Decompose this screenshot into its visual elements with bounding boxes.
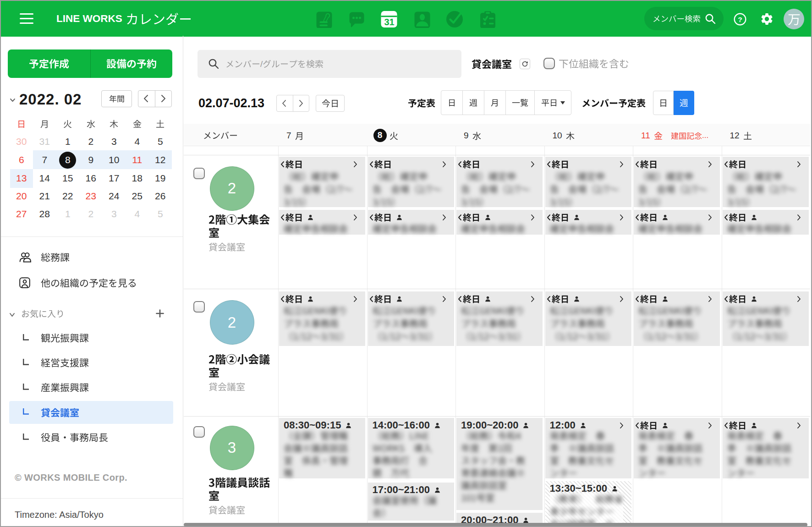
svg-text:31: 31: [384, 17, 394, 27]
svg-text:?: ?: [738, 16, 742, 23]
